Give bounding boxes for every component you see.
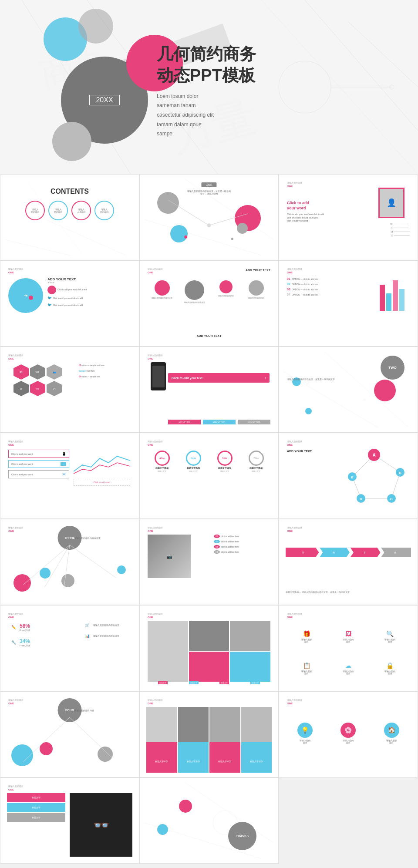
slide22-sub: ONE [8,788,14,791]
slide17-header: 请输入您的题目 [148,612,163,615]
slide13-body: 请输入您的题目内容在这里 [74,537,131,540]
svg-line-16 [209,214,248,225]
prog-40: 40% [155,451,170,466]
slide-three[interactable]: 请输入您的题目 ONE THRRE 请输入您的题目内容在这里 [0,519,139,605]
slide-hexagons[interactable]: 请输入您的题目 ONE 01 02 👥 06 05 04 02 option —… [0,347,139,433]
slide10-sub: ONE [8,444,14,446]
slide11-header: 请输入您的题目 [148,440,163,443]
slide8-header: 请输入您的题目 [148,354,163,357]
slide-phone-cta[interactable]: 请输入您的题目 ONE Click to add your text › 1ST… [139,347,279,433]
slide9-text: 请输入您的题目内容在这里，这里是一段示例文字 [287,377,352,381]
slide3-body: Click to add your word text click to add… [287,213,352,223]
slide21-sub: ONE [287,702,293,705]
slide-photo-cols[interactable]: 请输入您的题目 ONE 标题文字添加 标题文字添加 标题文字添加 标题文字添加 [139,691,279,777]
slide15-header: 请输入您的题目 [287,526,302,529]
slide8-cta: Click to add your text [172,377,202,380]
slide10-header: 请输入您的题目 [8,440,24,443]
prog-75: 75% [249,451,264,466]
slide6-header: 请输入您的题目 [287,268,302,270]
slide13-sub: ONE [8,530,14,532]
svg-line-15 [169,200,209,225]
slide-photo-glasses[interactable]: 请输入您的题目 ONE 👓 标题文字 标题文字 标题文字 [0,777,139,864]
slide5-bottom-title: ADD YOUR TEXT [196,334,221,337]
stat-58: 58% [20,623,30,629]
slide5-sub: ONE [148,271,153,274]
hero-subtitle: Loem ipsum dolorsameman tanamcasectetur … [157,92,256,139]
slide11-sub: ONE [148,444,153,446]
slide-contents[interactable]: CONTENTS 请输入您的题目 请输入您的题目 请输入人员题目 请输入您的题目 [0,174,139,260]
slide16-sub: ONE [8,616,14,619]
slide-click-to-add[interactable]: 请输入您的题目 ONE 👤 Click to addyour word Clic… [279,174,418,260]
svg-point-23 [363,399,366,401]
thanks-badge: THANKS [228,822,256,850]
slide-network[interactable]: 请输入您的题目 ONE ADD YOUR TEXT A B C D [279,433,418,519]
svg-line-11 [45,219,135,256]
svg-point-17 [207,223,211,227]
prog-50: 50% [186,451,201,466]
slide-photo-steps[interactable]: 请输入您的题目 ONE 📷 01 click to add text here … [139,519,279,605]
slide-click-boxes[interactable]: 请输入您的题目 ONE Click to add your word 📱 Cli… [0,433,139,519]
slide4-stars: ★★★★ [47,281,131,284]
slide4-sub: ONE [8,271,14,274]
contents-item: 请输入您的题目 [94,201,114,220]
slide17-sub: ONE [148,616,153,619]
slide14-sub: ONE [148,530,153,532]
slide-photo-collage[interactable]: 请输入您的题目 ONE 标题文字 标题文字 标题文字 标题文字 [139,605,279,691]
slide-icons-grid[interactable]: 请输入您的题目 ONE 🎁 请输入您的题目 🖼 请输入您的题目 🔍 请输入您的题… [279,605,418,691]
year-badge: 20XX [89,95,119,105]
slide3-title: Click to addyour word [287,201,352,211]
slide18-sub: ONE [287,616,293,619]
contents-title: CONTENTS [5,188,135,195]
slide4-items: Click to add your word click to add 🐦 Cl… [47,286,131,308]
slide19-sub: ONE [8,702,14,705]
slide12-sub: ONE [287,444,293,446]
svg-text:D: D [360,497,362,501]
slide-options[interactable]: 请输入您的题目 ONE 01 OPTION — click to add tex… [279,260,418,347]
slide12-title: ADD YOUR TEXT [287,450,312,453]
hero-slide: 力量 商务 20XX 几何简约商务动态PPT模板 Loem ipsum dolo… [0,0,418,174]
contents-item: 请输入您的题目 [48,201,68,220]
contents-item: 请输入人员题目 [71,201,91,220]
slide-one-circles[interactable]: ONE 请输入您的题目内容在这里，这里是一段示例文字，请输入您的 [139,174,279,260]
svg-line-3 [348,22,418,87]
slide-stats[interactable]: 请输入您的题目 ONE ✏️ 58% From 2018 🔧 34% From … [0,605,139,691]
slide3-header: 请输入您的题目 [287,182,302,184]
slide14-header: 请输入您的题目 [148,526,163,529]
slide15-sub: ONE [287,530,293,532]
slide-thanks[interactable]: THANKS [139,777,279,864]
slide-circles-text[interactable]: 请输入您的题目 ONE ADD YOUR TEXT 请输入您的题目内容在这里 请… [139,260,279,347]
svg-text:A: A [372,453,375,458]
contents-item: 请输入您的题目 [25,201,45,220]
slide-four[interactable]: 请输入您的题目 ONE FOUR 请输入您的题目内容 [0,691,139,777]
svg-line-42 [70,545,116,578]
slide18-header: 请输入您的题目 [287,612,302,615]
svg-line-2 [305,0,418,131]
slide-map[interactable]: 请输入您的题目 ONE 🗺 ADD YOUR TEXT ★★★★ Click t… [0,260,139,347]
slide6-sub: ONE [287,271,293,274]
slide5-title: ADD YOUR TEXT [246,269,270,272]
slide8-sub: ONE [148,357,153,360]
slide22-header: 请输入您的题目 [8,785,24,787]
slide-arrows[interactable]: 请输入您的题目 ONE 添 购 首 返 标题文字添加 — 请输入您的题目内容在这… [279,519,418,605]
svg-text:B: B [399,471,401,475]
thumbnail-grid: CONTENTS 请输入您的题目 请输入您的题目 请输入人员题目 请输入您的题目… [0,174,418,864]
slide16-header: 请输入您的题目 [8,612,24,615]
label-34: From 2018 [20,644,30,647]
slide4-header: 请输入您的题目 [8,268,24,270]
slide-simple-icons[interactable]: 请输入您的题目 ONE 💡 请输入您的题目 🌸 请输入您的题目 🏠 请输入您的题… [279,691,418,777]
slide3-sub: ONE [287,185,293,188]
slide-progress[interactable]: 请输入您的题目 ONE 40% 标题文字添加 请输入文字 50% 标题文字添加 … [139,433,279,519]
svg-line-10 [5,240,86,256]
svg-point-22 [307,383,309,385]
slide19-header: 请输入您的题目 [8,699,24,701]
slide4-title: ADD YOUR TEXT [47,277,131,281]
slide20-header: 请输入您的题目 [148,699,163,701]
slide13-header: 请输入您的题目 [8,526,24,529]
hero-title: 几何简约商务动态PPT模板 [157,44,256,87]
svg-text:C: C [390,497,393,501]
slide20-sub: ONE [148,702,153,705]
slide7-sub: ONE [8,357,14,360]
slide-two[interactable]: TWO 请输入您的题目内容在这里，这里是一段示例文字 [279,347,418,433]
svg-text:E: E [351,475,354,479]
slide5-header: 请输入您的题目 [148,268,163,270]
